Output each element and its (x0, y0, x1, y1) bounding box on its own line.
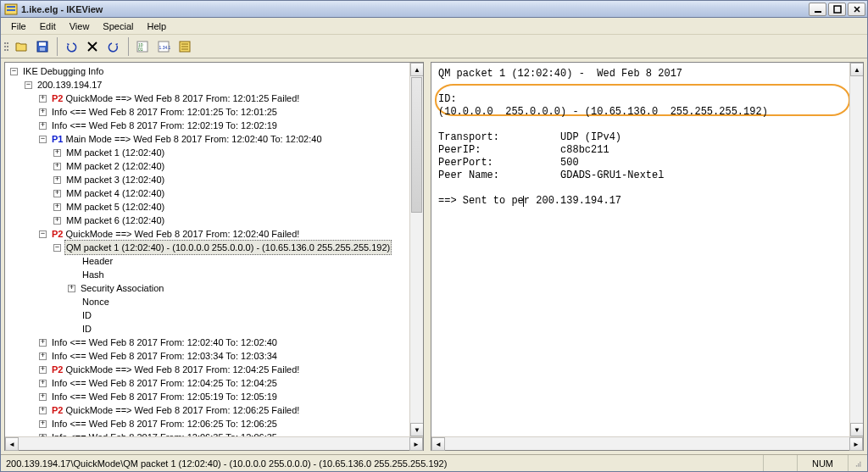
scroll-left-button[interactable]: ◄ (5, 437, 19, 451)
tree-item-label[interactable]: Info <== Wed Feb 8 2017 From: 12:05:19 T… (50, 390, 279, 403)
tree-item-label[interactable]: MM packet 4 (12:02:40) (64, 186, 166, 200)
tree-item-label[interactable]: Info <== Wed Feb 8 2017 From: 12:03:34 T… (50, 349, 279, 363)
undo-button[interactable] (61, 36, 81, 57)
tree-item-label[interactable]: Info <== Wed Feb 8 2017 From: 12:04:25 T… (50, 376, 279, 390)
tree-row[interactable]: +MM packet 2 (12:02:40) (5, 159, 409, 173)
collapse-icon[interactable]: − (39, 136, 47, 143)
expand-icon[interactable]: + (39, 353, 47, 360)
tree-row[interactable]: +MM packet 1 (12:02:40) (5, 146, 409, 159)
detail-scrollbar-vertical[interactable]: ▲ ▼ (849, 63, 863, 436)
tree-row[interactable]: ID (5, 322, 409, 336)
tree-row[interactable]: +Info <== Wed Feb 8 2017 From: 12:06:25 … (5, 417, 409, 430)
collapse-icon[interactable]: − (10, 68, 18, 75)
tree-item-label[interactable]: Nonce (81, 295, 111, 308)
close-button[interactable] (848, 3, 865, 16)
maximize-button[interactable] (828, 3, 846, 16)
tree-item-label[interactable]: P2 QuickMode ==> Wed Feb 8 2017 From: 12… (50, 92, 301, 105)
tree-item-label[interactable]: Security Association (79, 281, 165, 295)
tree-item-label[interactable]: Info <== Wed Feb 8 2017 From: 12:02:40 T… (50, 336, 279, 349)
scroll-left-button[interactable]: ◄ (431, 437, 445, 451)
expand-icon[interactable]: + (53, 163, 61, 170)
tree-row[interactable]: +P2 QuickMode ==> Wed Feb 8 2017 From: 1… (5, 363, 409, 376)
tree-row[interactable]: +MM packet 4 (12:02:40) (5, 186, 409, 200)
tree-row[interactable]: Hash (5, 268, 409, 281)
tree-scrollbar-vertical[interactable]: ▲ ▼ (409, 63, 423, 436)
tree-item-label[interactable]: Info <== Wed Feb 8 2017 From: 12:06:25 T… (50, 417, 279, 430)
tree-row[interactable]: +MM packet 6 (12:02:40) (5, 214, 409, 227)
list-view-button[interactable] (175, 36, 195, 57)
expand-icon[interactable]: + (53, 217, 61, 225)
open-button[interactable] (11, 36, 31, 57)
tree-row[interactable]: +Info <== Wed Feb 8 2017 From: 12:01:25 … (5, 105, 409, 119)
tree-row[interactable]: +MM packet 3 (12:02:40) (5, 173, 409, 186)
tree-item-label[interactable]: Hash (81, 268, 106, 281)
expand-icon[interactable]: + (53, 176, 61, 184)
tree-row[interactable]: +Info <== Wed Feb 8 2017 From: 12:04:25 … (5, 376, 409, 390)
tree-item-label[interactable]: Info <== Wed Feb 8 2017 From: 12:02:19 T… (50, 119, 279, 132)
tree-item-label[interactable]: MM packet 2 (12:02:40) (64, 159, 166, 173)
expand-icon[interactable]: + (53, 190, 61, 197)
tree-item-label[interactable]: Info <== Wed Feb 8 2017 From: 12:06:35 T… (50, 430, 279, 436)
tree-row[interactable]: −IKE Debugging Info (5, 64, 409, 78)
tree-row[interactable]: +P2 QuickMode ==> Wed Feb 8 2017 From: 1… (5, 403, 409, 417)
expand-icon[interactable]: + (39, 95, 47, 103)
menu-view[interactable]: View (63, 19, 97, 33)
tree-row[interactable]: +Info <== Wed Feb 8 2017 From: 12:03:34 … (5, 349, 409, 363)
menu-help[interactable]: Help (140, 19, 173, 33)
collapse-icon[interactable]: − (25, 81, 32, 89)
expand-icon[interactable]: + (39, 108, 47, 116)
menu-edit[interactable]: Edit (33, 19, 63, 33)
tree-row[interactable]: −P2 QuickMode ==> Wed Feb 8 2017 From: 1… (5, 227, 409, 241)
binary-view-button[interactable]: 1001 (132, 36, 153, 57)
tree-item-label[interactable]: QM packet 1 (12:02:40) - (10.0.0.0 255.0… (64, 240, 392, 255)
tree-row[interactable]: +Info <== Wed Feb 8 2017 From: 12:06:35 … (5, 430, 409, 436)
tree-item-label[interactable]: Header (81, 254, 114, 268)
expand-icon[interactable]: + (39, 380, 47, 387)
tree-row[interactable]: Header (5, 254, 409, 268)
expand-icon[interactable]: + (39, 339, 47, 347)
toolbar-grip[interactable] (4, 37, 9, 56)
save-button[interactable] (32, 36, 53, 57)
tree-row[interactable]: +MM packet 5 (12:02:40) (5, 200, 409, 214)
collapse-icon[interactable]: − (53, 244, 61, 252)
tree-row[interactable]: −QM packet 1 (12:02:40) - (10.0.0.0 255.… (5, 241, 409, 254)
scrollbar-thumb[interactable] (411, 77, 422, 213)
tree-row[interactable]: +Info <== Wed Feb 8 2017 From: 12:02:19 … (5, 119, 409, 132)
tree-row[interactable]: −200.139.194.17 (5, 78, 409, 92)
detail-scrollbar-horizontal[interactable]: ◄ ► (431, 436, 863, 450)
tree-item-label[interactable]: IKE Debugging Info (21, 64, 105, 78)
tree-item-label[interactable]: Info <== Wed Feb 8 2017 From: 12:01:25 T… (50, 105, 279, 119)
menu-file[interactable]: File (4, 19, 33, 33)
scroll-right-button[interactable]: ► (409, 437, 423, 451)
expand-icon[interactable]: + (53, 203, 61, 211)
tree-row[interactable]: ID (5, 308, 409, 322)
tree-item-label[interactable]: ID (81, 308, 93, 322)
tree-row[interactable]: +Info <== Wed Feb 8 2017 From: 12:05:19 … (5, 390, 409, 403)
menu-special[interactable]: Special (96, 19, 140, 33)
tree-item-label[interactable]: MM packet 6 (12:02:40) (64, 214, 166, 227)
tree-item-label[interactable]: P2 QuickMode ==> Wed Feb 8 2017 From: 12… (50, 403, 301, 417)
tree-item-label[interactable]: P2 QuickMode ==> Wed Feb 8 2017 From: 12… (50, 363, 301, 376)
tree-row[interactable]: −P1 Main Mode ==> Wed Feb 8 2017 From: 1… (5, 132, 409, 146)
tree-scrollbar-horizontal[interactable]: ◄ ► (5, 436, 423, 450)
tree-item-label[interactable]: MM packet 3 (12:02:40) (64, 173, 166, 186)
tree-row[interactable]: +Info <== Wed Feb 8 2017 From: 12:02:40 … (5, 336, 409, 349)
expand-icon[interactable]: + (68, 285, 75, 292)
scroll-right-button[interactable]: ► (849, 437, 863, 451)
redo-button[interactable] (103, 36, 124, 57)
tree-item-label[interactable]: MM packet 5 (12:02:40) (64, 200, 166, 214)
expand-icon[interactable]: + (39, 393, 47, 401)
tree-item-label[interactable]: MM packet 1 (12:02:40) (64, 146, 166, 159)
tree-item-label[interactable]: 200.139.194.17 (36, 78, 103, 92)
expand-icon[interactable]: + (39, 407, 47, 414)
tree-row[interactable]: Nonce (5, 295, 409, 308)
tree-item-label[interactable]: ID (81, 322, 93, 336)
expand-icon[interactable]: + (39, 420, 47, 428)
detail-text[interactable]: QM packet 1 (12:02:40) - Wed Feb 8 2017 … (431, 63, 849, 213)
delete-button[interactable] (82, 36, 103, 57)
tree-view[interactable]: −IKE Debugging Info−200.139.194.17+P2 Qu… (5, 63, 409, 436)
collapse-icon[interactable]: − (39, 230, 47, 238)
tree-item-label[interactable]: P1 Main Mode ==> Wed Feb 8 2017 From: 12… (50, 132, 324, 146)
tree-row[interactable]: +Security Association (5, 281, 409, 295)
minimize-button[interactable] (809, 3, 826, 16)
